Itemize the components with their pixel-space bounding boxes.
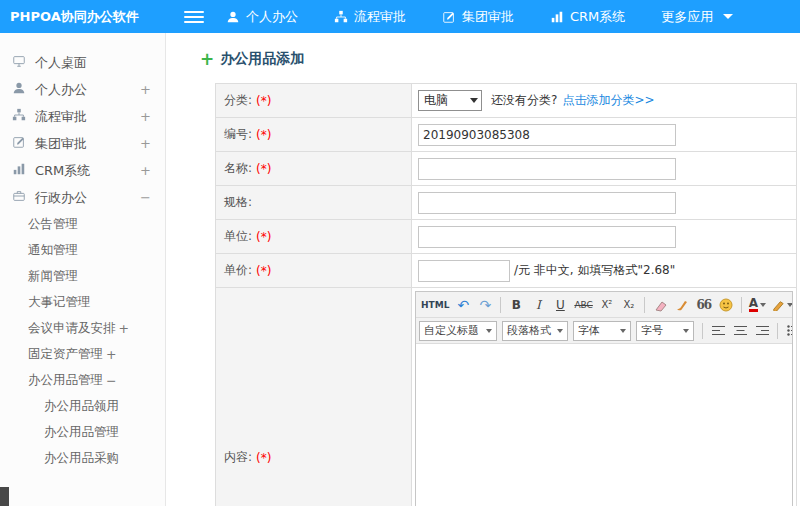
sidebar-scrollbar[interactable] [0, 487, 9, 506]
subscript-button[interactable]: X₂ [619, 295, 639, 315]
custom-heading-dropdown[interactable]: 自定义标题 [419, 321, 497, 341]
toolbar-separator [777, 323, 778, 339]
expand-toggle: + [140, 136, 151, 151]
required-mark: (*) [256, 128, 271, 142]
flow-icon [12, 108, 35, 125]
code-input[interactable] [418, 124, 676, 146]
undo-icon[interactable]: ↶ [453, 295, 473, 315]
page-title: + 办公用品添加 [200, 49, 800, 69]
required-mark: (*) [256, 264, 271, 278]
sidebar-subitem-news-mgmt[interactable]: 新闻管理 [0, 263, 165, 289]
sidebar-item-label: 个人桌面 [35, 54, 87, 72]
emoticon-icon[interactable] [716, 295, 736, 315]
add-icon: + [200, 51, 214, 68]
eraser-icon[interactable] [650, 295, 670, 315]
bold-button[interactable]: B [506, 295, 526, 315]
font-family-dropdown[interactable]: 字体 [573, 321, 631, 341]
superscript-button[interactable]: X² [597, 295, 617, 315]
sidebar-item-workflow-approval[interactable]: 流程审批 + [0, 103, 165, 130]
redo-icon[interactable]: ↷ [475, 295, 495, 315]
sidebar-subitem-meeting-request[interactable]: 会议申请及安排+ [0, 315, 165, 341]
align-right-icon[interactable] [752, 321, 772, 341]
rich-text-editor: HTML ↶ ↷ B I U ABC X² X₂ 66 [415, 291, 793, 506]
sidebar-item-crm-system[interactable]: CRM系统 + [0, 157, 165, 184]
sidebar-item-label: CRM系统 [35, 162, 90, 180]
toolbar-separator [702, 323, 703, 339]
sidebar-subitem-notice-mgmt[interactable]: 通知管理 [0, 237, 165, 263]
edit-icon [442, 10, 456, 24]
price-format-hint: /元 非中文, 如填写格式"2.68" [514, 262, 675, 279]
add-category-link[interactable]: 点击添加分类>> [562, 92, 654, 109]
caret-down-icon [557, 329, 563, 333]
font-color-button[interactable]: A [747, 295, 768, 315]
expand-toggle: + [140, 109, 151, 124]
sidebar-item-admin-office[interactable]: 行政办公 − [0, 184, 165, 211]
sidebar-item-label: 集团审批 [35, 135, 87, 153]
nav-workflow-approval[interactable]: 流程审批 [334, 8, 406, 26]
sidebar-item-group-approval[interactable]: 集团审批 + [0, 130, 165, 157]
sidebar-subitem-office-supplies-mgmt[interactable]: 办公用品管理− [0, 367, 165, 393]
top-navigation: 个人办公 流程审批 集团审批 CRM系统 更多应用 [226, 8, 733, 26]
paragraph-format-dropdown[interactable]: 段落格式 [502, 321, 568, 341]
desktop-icon [12, 54, 35, 71]
toolbar-separator [500, 297, 501, 313]
italic-button[interactable]: I [528, 295, 548, 315]
nav-label: 流程审批 [354, 8, 406, 26]
expand-toggle: − [140, 190, 151, 205]
form-row-name: 名称: (*) [216, 152, 796, 186]
strikethrough-button[interactable]: ABC [572, 295, 594, 315]
underline-button[interactable]: U [550, 295, 570, 315]
nav-group-approval[interactable]: 集团审批 [442, 8, 514, 26]
app-logo[interactable]: PHPOA协同办公软件 [0, 8, 168, 26]
align-center-icon[interactable] [730, 321, 750, 341]
category-select[interactable]: 电脑 [418, 90, 482, 111]
required-mark: (*) [256, 451, 271, 465]
nav-label: 更多应用 [661, 8, 713, 26]
spec-input[interactable] [418, 192, 676, 214]
required-mark: (*) [256, 94, 271, 108]
price-label: 单价: (*) [216, 254, 412, 287]
expand-toggle: + [140, 163, 151, 178]
sidebar-subitem-fixed-assets-mgmt[interactable]: 固定资产管理+ [0, 341, 165, 367]
toolbar-separator [644, 297, 645, 313]
nav-personal-office[interactable]: 个人办公 [226, 8, 298, 26]
sidebar-item-personal-office[interactable]: 个人办公 + [0, 76, 165, 103]
toolbar-separator [741, 297, 742, 313]
menu-toggle-icon[interactable] [184, 8, 204, 26]
sidebar-subsubitem-supplies-purchase[interactable]: 办公用品采购 [0, 445, 165, 471]
person-icon [12, 81, 35, 98]
main-content: + 办公用品添加 分类: (*) 电脑 还没有分类? 点击添加分类>> 编号: … [166, 33, 800, 506]
sidebar-subsubitem-supplies-manage[interactable]: 办公用品管理 [0, 419, 165, 445]
blockquote-button[interactable]: 66 [694, 295, 714, 315]
caret-down-icon [723, 14, 733, 19]
name-input[interactable] [418, 158, 676, 180]
format-brush-icon[interactable] [672, 295, 692, 315]
unordered-list-icon[interactable] [783, 321, 792, 341]
nav-more-apps[interactable]: 更多应用 [661, 8, 733, 26]
topbar: PHPOA协同办公软件 个人办公 流程审批 集团审批 CRM系统 更多应用 [0, 0, 800, 33]
edit-icon [12, 135, 35, 152]
form-row-unit: 单位: (*) [216, 220, 796, 254]
sidebar-item-personal-desktop[interactable]: 个人桌面 [0, 49, 165, 76]
sidebar-item-label: 流程审批 [35, 108, 87, 126]
source-code-button[interactable]: HTML [419, 295, 451, 315]
person-icon [226, 10, 240, 24]
nav-crm-system[interactable]: CRM系统 [550, 8, 625, 26]
editor-content-area[interactable] [416, 344, 792, 506]
price-input[interactable] [418, 260, 510, 282]
editor-toolbar-row1: HTML ↶ ↷ B I U ABC X² X₂ 66 [416, 292, 792, 318]
spec-label: 规格: [216, 186, 412, 219]
flow-icon [334, 10, 348, 24]
align-left-icon[interactable] [708, 321, 728, 341]
nav-label: 集团审批 [462, 8, 514, 26]
form-row-price: 单价: (*) /元 非中文, 如填写格式"2.68" [216, 254, 796, 288]
caret-down-icon [760, 303, 766, 307]
sidebar-subitem-memorabilia-mgmt[interactable]: 大事记管理 [0, 289, 165, 315]
sidebar-subsubitem-supplies-claim[interactable]: 办公用品领用 [0, 393, 165, 419]
font-size-dropdown[interactable]: 字号 [636, 321, 694, 341]
highlight-pen-button[interactable] [770, 295, 792, 315]
page-title-text: 办公用品添加 [220, 50, 304, 68]
sidebar-subitem-announcement-mgmt[interactable]: 公告管理 [0, 211, 165, 237]
sidebar-item-label: 行政办公 [35, 189, 87, 207]
unit-input[interactable] [418, 226, 676, 248]
